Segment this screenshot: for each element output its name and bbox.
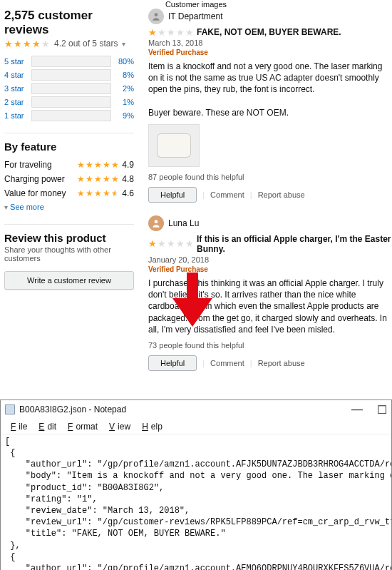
notepad-menu-item[interactable]: File [5,421,30,432]
avatar[interactable] [148,215,164,231]
feature-name: Charging power [4,174,65,184]
review-title[interactable]: FAKE, NOT OEM, BUYER BEWARE. [197,27,341,37]
summary-panel: 2,575 customer reviews ★★★★★ 4.2 out of … [0,9,141,384]
feature-name: Value for money [4,188,66,198]
review-date: March 13, 2018 [148,39,392,47]
rating-bar-label: 3 star [4,84,27,93]
review-image[interactable] [148,124,200,167]
report-abuse-link[interactable]: Report abuse [258,359,305,367]
notepad-menu: FileEditFormatViewHelp [1,419,391,434]
feature-score: 4.9 [122,160,134,170]
rating-bar-track [31,110,111,121]
review-stars: ★★★★★ [148,28,194,37]
helpful-button[interactable]: Helpful [148,355,197,371]
helpful-button[interactable]: Helpful [148,187,197,203]
notepad-icon [5,404,15,414]
notepad-title-text: B00A83I8G2.json - Notepad [19,404,126,414]
maximize-button[interactable]: ☐ [377,403,387,417]
rating-bar-row[interactable]: 2 star 1% [4,96,134,108]
rating-bar-pct: 8% [115,71,134,79]
rating-bar-track [31,56,111,67]
notepad-menu-item[interactable]: Edit [33,421,59,432]
review-author[interactable]: Luna Lu [168,218,199,228]
review-this-title: Review this product [4,232,134,244]
review: IT Department ★★★★★ FAKE, NOT OEM, BUYER… [148,9,392,203]
rating-bar-pct: 80% [115,57,134,66]
helpful-count: 73 people found this helpful [148,341,392,350]
chevron-down-icon: ▾ [122,40,125,48]
review-date: January 20, 2018 [148,255,392,264]
review-count: 2,575 customer reviews [4,9,134,37]
review-title[interactable]: If this is an official Apple charger, I'… [197,234,392,254]
rating-bar-label: 5 star [4,57,27,66]
rating-bar-label: 4 star [4,71,27,79]
notepad-titlebar: B00A83I8G2.json - Notepad — ☐ [1,400,391,419]
notepad-window: B00A83I8G2.json - Notepad — ☐ FileEditFo… [0,399,392,570]
feature-name: For traveling [4,160,52,170]
review-this-subtitle: Share your thoughts with other customers [4,245,134,263]
feature-row: Value for money ★★★★★ 4.6 [4,188,134,198]
feature-stars: ★★★★★ [77,175,119,183]
rating-bar-row[interactable]: 5 star 80% [4,56,134,67]
feature-row: For traveling ★★★★★ 4.9 [4,160,134,170]
rating-bar-pct: 1% [115,98,134,106]
verified-purchase-badge: Verified Purchase [148,49,392,56]
red-arrow-icon [164,273,221,332]
see-more-link[interactable]: ▾ See more [4,203,134,211]
by-feature-title: By feature [4,141,134,153]
comment-link[interactable]: Comment [210,359,244,367]
avg-stars: ★★★★★ [4,39,50,49]
notepad-menu-item[interactable]: Help [136,421,165,432]
avg-text: 4.2 out of 5 stars [54,39,118,49]
minimize-button[interactable]: — [351,403,361,417]
rating-bar-track [31,96,111,108]
notepad-menu-item[interactable]: Format [62,421,100,432]
report-abuse-link[interactable]: Report abuse [258,190,305,199]
feature-stars: ★★★★★ [77,189,119,198]
notepad-menu-item[interactable]: View [103,421,133,432]
rating-bar-pct: 2% [115,84,134,93]
review-stars: ★★★★★ [148,239,194,248]
rating-bar-row[interactable]: 1 star 9% [4,110,134,121]
comment-link[interactable]: Comment [210,190,244,199]
rating-bar-pct: 9% [115,111,134,120]
feature-stars: ★★★★★ [77,161,119,169]
review-author[interactable]: IT Department [168,11,222,21]
helpful-count: 87 people found this helpful [148,173,392,181]
feature-score: 4.8 [122,174,134,184]
customer-images-header: Customer images [0,0,392,9]
avg-stars-row[interactable]: ★★★★★ 4.2 out of 5 stars ▾ [4,39,134,49]
notepad-body[interactable]: [ { "author_url": "/gp/profile/amzn1.acc… [1,434,391,570]
feature-score: 4.6 [122,188,134,198]
rating-bar-track [31,69,111,81]
avatar[interactable] [148,9,164,24]
rating-bar-row[interactable]: 4 star 8% [4,69,134,81]
svg-point-0 [155,13,158,16]
review-body: Item is a knockoff and not a very good o… [148,61,392,118]
rating-bar-label: 1 star [4,111,27,120]
feature-row: Charging power ★★★★★ 4.8 [4,174,134,184]
write-review-button[interactable]: Write a customer review [4,271,134,290]
svg-point-1 [155,220,158,223]
rating-bar-track [31,83,111,94]
rating-bar-row[interactable]: 3 star 2% [4,83,134,94]
rating-bar-label: 2 star [4,98,27,106]
